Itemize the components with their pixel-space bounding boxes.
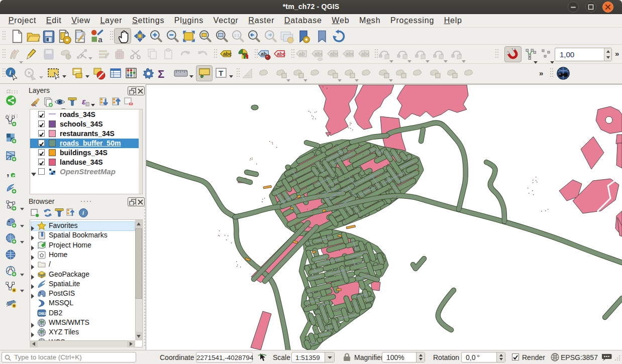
svg-text:abc: abc [223, 51, 232, 57]
svg-text:ε: ε [82, 97, 86, 106]
svg-text:Σ: Σ [158, 68, 164, 80]
svg-text:i: i [10, 69, 12, 76]
svg-text:T: T [219, 69, 223, 77]
svg-text:,: , [7, 168, 10, 178]
svg-text:abc: abc [330, 51, 338, 57]
svg-text:DB2: DB2 [39, 311, 47, 316]
svg-text:ab: ab [299, 51, 305, 57]
svg-text:abc: abc [361, 51, 369, 57]
svg-text:1:1: 1:1 [234, 33, 240, 38]
svg-text:abc: abc [346, 51, 354, 57]
svg-text:abc: abc [277, 51, 285, 57]
svg-text:a: a [98, 35, 102, 44]
